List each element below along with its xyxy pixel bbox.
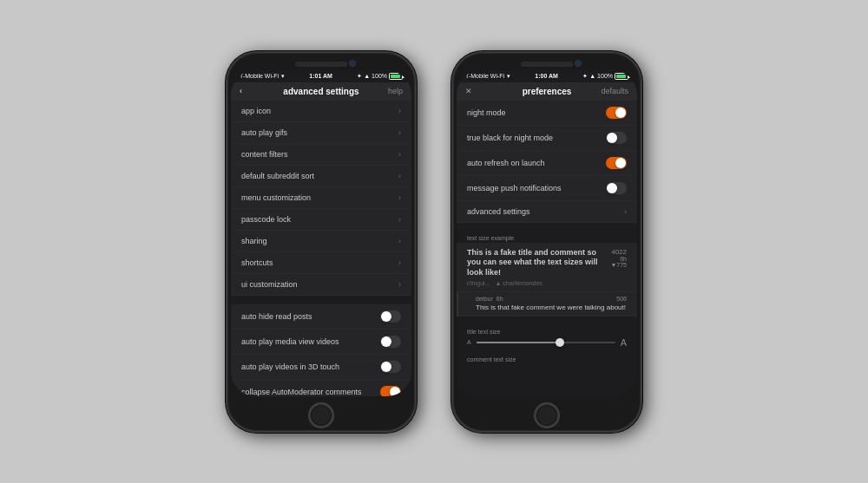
right-advanced-settings[interactable]: advanced settings › <box>457 201 637 223</box>
left-screen: T-Mobile Wi-Fi ▾ 1:01 AM ✦ ▲ 100% ‹ adva… <box>231 70 411 396</box>
left-status-left: T-Mobile Wi-Fi ▾ <box>240 73 285 80</box>
right-home-button[interactable] <box>535 403 559 428</box>
toggle-label: auto hide read posts <box>241 312 312 321</box>
right-status-bar: T-Mobile Wi-Fi ▾ 1:00 AM ✦ ▲ 100% <box>457 70 637 82</box>
toggle-knob <box>381 336 391 347</box>
comment-size-label: comment text size <box>467 356 627 362</box>
comment-meta: detbur 6h 506 <box>476 296 627 302</box>
right-content: night mode true black for night mode aut… <box>457 101 637 396</box>
toggle-label: collapse AutoModerator comments <box>241 388 362 396</box>
right-phone: T-Mobile Wi-Fi ▾ 1:00 AM ✦ ▲ 100% ✕ pref… <box>451 51 642 433</box>
right-camera <box>575 60 582 67</box>
left-status-right: ✦ ▲ 100% <box>357 73 403 80</box>
toggle-list-item[interactable]: auto play media view videos <box>231 330 411 355</box>
list-item[interactable]: auto play gifs › <box>231 122 411 144</box>
title-size-large-icon: A <box>621 337 627 348</box>
left-carrier: T-Mobile Wi-Fi <box>240 73 279 79</box>
post-example: This is a fake title and comment so you … <box>457 243 637 292</box>
list-item-label: sharing <box>241 237 267 245</box>
right-toggle-item[interactable]: night mode <box>457 101 637 126</box>
toggle-list-item[interactable]: collapse AutoModerator comments <box>231 380 411 396</box>
list-item[interactable]: passcode lock › <box>231 209 411 231</box>
right-toggle-item[interactable]: true black for night mode <box>457 126 637 151</box>
list-item[interactable]: default subreddit sort › <box>231 166 411 187</box>
list-item-label: app icon <box>241 107 271 115</box>
section-gap <box>457 223 637 232</box>
left-camera <box>349 60 356 67</box>
text-size-section-header: text size example <box>457 232 637 243</box>
chevron-icon: › <box>398 258 401 267</box>
list-item[interactable]: app icon › <box>231 101 411 122</box>
right-nav-bar: ✕ preferences defaults <box>457 82 637 101</box>
push-notif-toggle[interactable] <box>606 182 627 194</box>
toggle-knob <box>607 133 617 143</box>
toggle-label: auto play videos in 3D touch <box>241 362 339 371</box>
title-size-small-icon: A <box>467 339 471 345</box>
list-item[interactable]: shortcuts › <box>231 252 411 274</box>
post-score-col: 4022 6h ▼775 <box>610 248 627 268</box>
toggle-label: auto play media view videos <box>241 337 339 346</box>
left-bluetooth-icon: ✦ <box>357 73 362 80</box>
right-toggle-item[interactable]: message push notifications <box>457 176 637 201</box>
right-battery-label: 100% <box>597 73 613 79</box>
left-home-button[interactable] <box>309 403 333 428</box>
right-toggle-item[interactable]: auto refresh on launch <box>457 151 637 176</box>
toggle-knob <box>381 362 391 372</box>
toggle-switch-on[interactable] <box>380 386 401 396</box>
right-battery-icon <box>615 73 628 80</box>
list-item-label: auto play gifs <box>241 128 287 137</box>
list-item[interactable]: ui customization › <box>231 274 411 296</box>
left-nav-title: advanced settings <box>283 87 358 96</box>
right-close-button[interactable]: ✕ <box>465 87 472 95</box>
right-advanced-label: advanced settings <box>467 207 530 216</box>
left-nav-bar: ‹ advanced settings help <box>231 82 411 101</box>
chevron-icon: › <box>624 207 627 216</box>
left-back-button[interactable]: ‹ <box>240 87 242 95</box>
chevron-icon: › <box>398 128 401 137</box>
list-item[interactable]: menu customization › <box>231 187 411 209</box>
list-item-label: shortcuts <box>241 258 273 267</box>
left-battery-fill <box>391 75 400 78</box>
post-row: This is a fake title and comment so you … <box>467 248 627 286</box>
right-defaults-button[interactable]: defaults <box>601 87 628 95</box>
section-gap <box>231 296 411 304</box>
list-item[interactable]: sharing › <box>231 231 411 252</box>
right-toggle-label: true black for night mode <box>467 134 553 142</box>
right-time: 1:00 AM <box>535 73 558 79</box>
post-body: This is a fake title and comment so you … <box>467 248 607 286</box>
right-carrier: T-Mobile Wi-Fi <box>465 73 504 79</box>
left-phone: T-Mobile Wi-Fi ▾ 1:01 AM ✦ ▲ 100% ‹ adva… <box>226 51 417 433</box>
auto-refresh-toggle[interactable] <box>606 157 627 169</box>
true-black-toggle[interactable] <box>606 132 627 144</box>
chevron-icon: › <box>398 193 401 202</box>
section-gap <box>457 317 637 325</box>
post-user: ▲ charliemondes <box>495 280 542 286</box>
toggle-list-item[interactable]: auto hide read posts <box>231 304 411 330</box>
title-size-label: title text size <box>467 329 627 335</box>
right-toggle-label: message push notifications <box>467 184 562 193</box>
list-item-label: default subreddit sort <box>241 172 314 180</box>
chevron-icon: › <box>398 150 401 159</box>
right-toggle-label: auto refresh on launch <box>467 159 545 167</box>
toggle-switch[interactable] <box>380 310 401 323</box>
post-comments: ▼775 <box>610 262 627 268</box>
title-slider-thumb[interactable] <box>556 338 564 347</box>
toggle-switch[interactable] <box>380 336 401 348</box>
title-slider-track[interactable] <box>477 342 615 343</box>
right-battery-fill <box>616 75 626 78</box>
list-item-label: passcode lock <box>241 215 291 224</box>
left-content: app icon › auto play gifs › content filt… <box>231 101 411 396</box>
post-meta: r/lingui... ▲ charliemondes <box>467 280 607 286</box>
comment-time: 6h <box>496 296 503 302</box>
left-battery-icon <box>389 73 403 80</box>
list-item-label: menu customization <box>241 193 311 202</box>
left-time: 1:01 AM <box>309 73 332 79</box>
left-help-button[interactable]: help <box>388 87 403 95</box>
right-bluetooth-icon: ✦ <box>582 73 588 80</box>
toggle-list-item[interactable]: auto play videos in 3D touch <box>231 355 411 380</box>
list-item[interactable]: content filters › <box>231 144 411 166</box>
title-slider-fill <box>477 342 560 343</box>
night-mode-toggle[interactable] <box>606 107 627 119</box>
toggle-switch[interactable] <box>380 361 401 373</box>
toggle-knob <box>615 108 626 118</box>
